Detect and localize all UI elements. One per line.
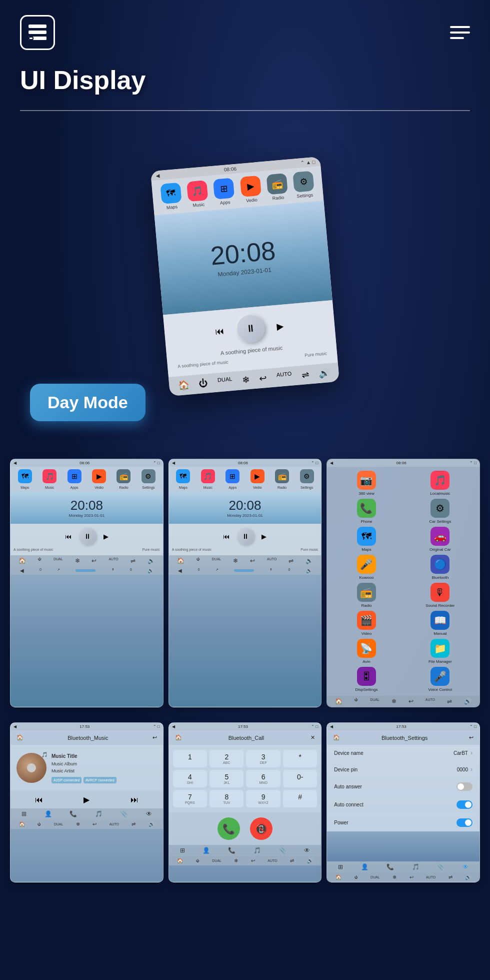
power-toggle[interactable]: [456, 818, 472, 827]
grid-maps[interactable]: 🗺 Maps: [331, 527, 402, 552]
device-name-row: Device name CarBT ›: [327, 745, 480, 761]
bt-music-header: 🏠 Bluetooth_Music ↩: [10, 730, 163, 745]
card2-maps[interactable]: 🗺 Maps: [176, 469, 190, 489]
grid-sound-recorder[interactable]: 🎙 Sound Recorder: [405, 583, 476, 608]
app-music[interactable]: 🎵 Music: [186, 180, 208, 208]
bt-call-close[interactable]: ✕: [310, 734, 315, 741]
next-button[interactable]: ▶: [276, 320, 284, 332]
grid-bluetooth[interactable]: 🔵 Bluetooth: [405, 555, 476, 580]
card1-clock: 20:08 Monday 2023-01-01: [10, 492, 163, 524]
page-title: UI Display: [20, 65, 470, 95]
app-vedio[interactable]: ▶ Vedio: [240, 175, 262, 203]
app-maps[interactable]: 🗺 Maps: [160, 182, 182, 210]
album-art: [16, 753, 46, 783]
grid-360view[interactable]: 📷 360 view: [331, 471, 402, 496]
nav-arrows[interactable]: ⇌: [301, 369, 310, 380]
prev-button[interactable]: ⏮: [215, 326, 225, 337]
dial-9[interactable]: 9WXYZ: [246, 790, 280, 807]
bt-settings-back[interactable]: ↩: [469, 734, 474, 741]
card1-radio[interactable]: 📻 Radio: [116, 469, 130, 489]
dial-4[interactable]: 4GHI: [173, 770, 207, 787]
device-pin-chevron[interactable]: ›: [470, 766, 472, 773]
card1-next[interactable]: ▶: [104, 533, 108, 540]
dial-0dash[interactable]: 0-: [283, 770, 317, 787]
status-time: 08:06: [224, 166, 237, 172]
card1-status-bar: ◀ 08:06 ⌃ □: [10, 459, 163, 467]
hero-phone-mockup: ◀ 08:06 ⌃ ▲ □ 🗺 Maps 🎵 Music ⊞ Apps: [150, 157, 340, 396]
call-reject-button[interactable]: 📵: [250, 817, 272, 840]
dial-star[interactable]: *: [283, 750, 317, 767]
card1-play[interactable]: ⏸: [79, 528, 96, 545]
bt-settings-card: ◀ 17:53 ⌃ □ 🏠 Bluetooth_Settings ↩ Devic…: [326, 722, 480, 882]
nav-sync[interactable]: ↩: [259, 373, 268, 384]
card1-music[interactable]: 🎵 Music: [42, 469, 56, 489]
grid-car-settings[interactable]: ⚙ Car Settings: [405, 499, 476, 524]
music-icon: 🎵: [186, 180, 208, 201]
grid-radio[interactable]: 📻 Radio: [331, 583, 402, 608]
card2-music[interactable]: 🎵 Music: [201, 469, 215, 489]
card2-next[interactable]: ▶: [262, 533, 266, 540]
dial-6[interactable]: 6MNO: [246, 770, 280, 787]
app-settings[interactable]: ⚙ Settings: [293, 171, 315, 199]
app-radio[interactable]: 📻 Radio: [266, 173, 288, 201]
card1-apps[interactable]: ⊞ Apps: [68, 469, 82, 489]
grid-kuwooo[interactable]: 🎤 Kuwooo: [331, 555, 402, 580]
page-title-section: UI Display: [0, 60, 490, 105]
grid-avin[interactable]: 📡 Avin: [331, 639, 402, 664]
dial-2[interactable]: 2ABC: [210, 750, 244, 767]
device-name-chevron[interactable]: ›: [470, 749, 472, 756]
auto-answer-toggle[interactable]: [456, 782, 472, 791]
dial-3[interactable]: 3DEF: [246, 750, 280, 767]
auto-answer-label: Auto answer: [334, 784, 362, 789]
card2-prev[interactable]: ⏮: [223, 533, 230, 540]
grid-manual[interactable]: 📖 Manual: [405, 611, 476, 636]
call-accept-button[interactable]: 📞: [218, 817, 240, 840]
grid-localmusic[interactable]: 🎵 Localmusic: [405, 471, 476, 496]
dial-1[interactable]: 1: [173, 750, 207, 767]
menu-button[interactable]: [450, 26, 470, 39]
nav-vol[interactable]: 🔊: [318, 367, 330, 379]
bt-next[interactable]: ⏭: [130, 795, 138, 804]
device-name-value: CarBT: [454, 750, 468, 756]
card2-vedio[interactable]: ▶ Vedio: [250, 469, 264, 489]
card1-maps[interactable]: 🗺 Maps: [18, 469, 32, 489]
card2-settings[interactable]: ⚙ Settings: [300, 469, 314, 489]
dial-7[interactable]: 7PQRS: [173, 790, 207, 807]
bt-play[interactable]: ▶: [84, 795, 90, 804]
nav-power[interactable]: ⏻: [198, 378, 208, 389]
app-apps[interactable]: ⊞ Apps: [213, 178, 235, 206]
grid-file-manager[interactable]: 📁 File Manager: [405, 639, 476, 664]
card1-prev[interactable]: ⏮: [65, 533, 72, 540]
nav-auto[interactable]: AUTO: [276, 370, 292, 383]
card2-play[interactable]: ⏸: [237, 528, 254, 545]
grid-phone[interactable]: 📞 Phone: [331, 499, 402, 524]
bt-settings-header: 🏠 Bluetooth_Settings ↩: [327, 730, 480, 745]
card1-settings[interactable]: ⚙ Settings: [142, 469, 156, 489]
music-right-label: Pure music: [304, 351, 328, 358]
grid-video[interactable]: 🎬 Video: [331, 611, 402, 636]
grid-disp-settings[interactable]: 🎛 DispSettings: [331, 667, 402, 692]
nav-home[interactable]: 🏠: [178, 379, 190, 391]
card1-vedio[interactable]: ▶ Vedio: [92, 469, 106, 489]
apps-icon: ⊞: [213, 178, 234, 199]
card1-back[interactable]: ◀: [14, 461, 16, 465]
card2-apps[interactable]: ⊞ Apps: [226, 469, 240, 489]
grid-original-car[interactable]: 🚗 Original Car: [405, 527, 476, 552]
play-pause-button[interactable]: ⏸: [236, 314, 266, 344]
power-row: Power: [327, 814, 480, 831]
nav-dual[interactable]: DUAL: [217, 376, 232, 388]
nav-snow[interactable]: ❄: [242, 374, 250, 386]
card2-back[interactable]: ◀: [172, 461, 175, 465]
radio-icon: 📻: [266, 173, 288, 195]
auto-answer-row: Auto answer: [327, 778, 480, 796]
dial-hash[interactable]: #: [283, 790, 317, 807]
nav-back[interactable]: ◀: [156, 173, 160, 179]
dial-5[interactable]: 5JKL: [210, 770, 244, 787]
card2-radio[interactable]: 📻 Radio: [275, 469, 289, 489]
auto-connect-toggle[interactable]: [456, 800, 472, 809]
bt-music-back[interactable]: ↩: [152, 734, 157, 741]
dial-8[interactable]: 8TUV: [210, 790, 244, 807]
bt-prev[interactable]: ⏮: [35, 795, 43, 804]
card3-status-bar: ◀ 08:06 ⌃ □: [327, 459, 480, 467]
grid-voice-control[interactable]: 🎤 Voice Control: [405, 667, 476, 692]
